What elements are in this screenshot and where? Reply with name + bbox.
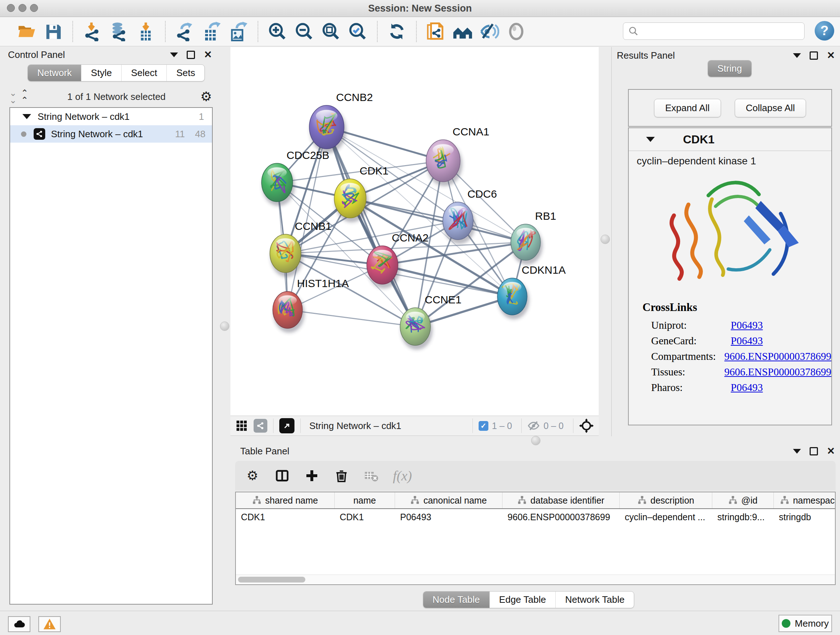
save-session-button[interactable] <box>42 20 65 43</box>
tab-style[interactable]: Style <box>81 65 121 81</box>
expand-all-button[interactable]: Expand All <box>654 99 721 117</box>
cell-6[interactable]: stringdb <box>774 509 836 525</box>
network-canvas[interactable]: CCNB2CCNA1CDC25BCDK1CDC6RB1CCNB1CCNA2CDK… <box>231 47 599 416</box>
crosslink-link[interactable]: P06493 <box>731 335 763 347</box>
hscrollbar-thumb[interactable] <box>238 577 305 583</box>
table-row[interactable]: CDK1CDK1P064939606.ENSP00000378699cyclin… <box>236 509 835 525</box>
import-network-database-button[interactable] <box>108 20 130 43</box>
panel-collapse-icon[interactable] <box>793 53 801 58</box>
show-columns-icon[interactable] <box>274 468 290 484</box>
tab-network-table[interactable]: Network Table <box>555 592 634 608</box>
node-HIST1H1A[interactable]: HIST1H1A <box>273 277 349 333</box>
column-header-namespace[interactable]: namespace <box>774 492 836 508</box>
zoom-in-button[interactable] <box>266 20 289 43</box>
collapse-all-button[interactable]: Collapse All <box>735 99 806 117</box>
column-header-shared-name[interactable]: shared name <box>236 492 335 508</box>
export-network-button[interactable] <box>174 20 196 43</box>
detach-view-icon[interactable] <box>279 418 294 433</box>
tab-select[interactable]: Select <box>121 65 166 81</box>
node-CDKN1A[interactable]: CDKN1A <box>497 264 566 319</box>
column-header-canonical-name[interactable]: canonical name <box>395 492 502 508</box>
delete-table-icon[interactable] <box>363 468 379 484</box>
cell-1[interactable]: CDK1 <box>335 509 395 525</box>
import-table-button[interactable] <box>134 20 157 43</box>
export-table-button[interactable] <box>201 20 223 43</box>
selected-items-checkbox-icon[interactable]: ✓ <box>478 421 488 431</box>
export-image-button[interactable] <box>227 20 249 43</box>
tab-string[interactable]: String <box>708 60 752 77</box>
tab-network[interactable]: Network <box>28 65 81 81</box>
cloud-status-button[interactable] <box>8 616 30 632</box>
help-button[interactable]: ? <box>815 21 834 41</box>
panel-float-icon[interactable] <box>187 51 195 59</box>
refresh-button[interactable] <box>386 20 408 43</box>
node-CCNE1[interactable]: CCNE1 <box>400 294 462 350</box>
crosslink-link[interactable]: 9606.ENSP00000378699 <box>724 366 831 378</box>
column-header-database-identifier[interactable]: database identifier <box>502 492 620 508</box>
fit-selected-crosshair-icon[interactable] <box>579 418 594 433</box>
open-session-button[interactable] <box>15 20 38 43</box>
panel-close-icon[interactable]: ✕ <box>827 448 835 454</box>
network-view[interactable]: CCNB2CCNA1CDC25BCDK1CDC6RB1CCNB1CCNA2CDK… <box>231 47 599 416</box>
import-network-file-button[interactable] <box>81 20 103 43</box>
function-builder-icon[interactable]: f(x) <box>393 468 412 484</box>
vertical-splitter-handle[interactable] <box>600 234 610 244</box>
table-tabs: Node Table Edge Table Network Table <box>423 591 635 608</box>
cell-0[interactable]: CDK1 <box>236 509 335 525</box>
node-CDC6[interactable]: CDC6 <box>443 188 497 244</box>
add-column-icon[interactable] <box>304 468 320 484</box>
crosslink-link[interactable]: P06493 <box>731 319 763 331</box>
network-options-gear-icon[interactable]: ⚙ <box>201 90 212 103</box>
crosslink-link[interactable]: 9606.ENSP00000378699 <box>724 350 831 363</box>
memory-button[interactable]: Memory <box>778 615 832 632</box>
hide-panel-button[interactable] <box>478 20 501 43</box>
zoom-fit-button[interactable] <box>320 20 342 43</box>
zoom-selected-button[interactable] <box>347 20 369 43</box>
node-RB1[interactable]: RB1 <box>511 210 556 264</box>
hidden-items-eye-slash-icon <box>527 420 540 432</box>
control-panel-title: Control Panel <box>8 49 65 60</box>
string-view-icon[interactable] <box>254 419 267 432</box>
horizontal-splitter-handle[interactable] <box>531 436 540 445</box>
tab-sets[interactable]: Sets <box>166 65 204 81</box>
warnings-button[interactable] <box>38 616 61 632</box>
control-panel: Control Panel ✕ Network Style Select Set… <box>3 47 216 611</box>
panel-collapse-icon[interactable] <box>170 52 178 57</box>
presentation-button[interactable] <box>505 20 527 43</box>
vertical-splitter-handle[interactable] <box>220 321 229 331</box>
column-header-description[interactable]: description <box>620 492 712 508</box>
tab-node-table[interactable]: Node Table <box>423 592 489 608</box>
table-options-gear-icon[interactable]: ⚙ <box>245 468 261 484</box>
protein-expand-icon[interactable] <box>646 137 655 142</box>
search-input[interactable] <box>642 26 804 37</box>
panel-float-icon[interactable] <box>810 447 818 455</box>
delete-column-icon[interactable] <box>333 468 349 484</box>
grid-view-icon[interactable] <box>235 420 248 432</box>
column-header--id[interactable]: @id <box>712 492 774 508</box>
table-hscrollbar[interactable] <box>236 575 835 584</box>
cell-5[interactable]: stringdb:9... <box>712 509 774 525</box>
cell-2[interactable]: P06493 <box>395 509 502 525</box>
panel-collapse-icon[interactable] <box>793 449 801 454</box>
save-session-icon <box>44 22 62 41</box>
search-box[interactable] <box>623 22 805 40</box>
panel-float-icon[interactable] <box>810 51 818 60</box>
cell-4[interactable]: cyclin–dependent ... <box>620 509 712 525</box>
network-collection-row[interactable]: String Network – cdk1 1 <box>10 108 212 125</box>
zoom-out-button[interactable] <box>293 20 316 43</box>
panel-close-icon[interactable]: ✕ <box>204 52 212 58</box>
network-row-selected[interactable]: String Network – cdk1 11 48 <box>10 125 212 143</box>
panel-close-icon[interactable]: ✕ <box>827 52 835 59</box>
node-CCNB2[interactable]: CCNB2 <box>309 91 373 153</box>
collection-expand-icon[interactable] <box>22 114 31 119</box>
crosslink-link[interactable]: P06493 <box>731 382 763 394</box>
node-CCNA1[interactable]: CCNA1 <box>426 126 489 186</box>
share-document-button[interactable] <box>425 20 447 43</box>
column-header-name[interactable]: name <box>335 492 395 508</box>
expand-all-networks-icon[interactable]: ⌃⌃ <box>21 89 27 104</box>
cell-3[interactable]: 9606.ENSP00000378699 <box>502 509 620 525</box>
node-CCNA2[interactable]: CCNA2 <box>367 232 429 288</box>
tab-edge-table[interactable]: Edge Table <box>489 592 556 608</box>
home-button[interactable] <box>452 20 474 43</box>
collapse-all-networks-icon[interactable]: ⌄⌄ <box>9 89 16 104</box>
